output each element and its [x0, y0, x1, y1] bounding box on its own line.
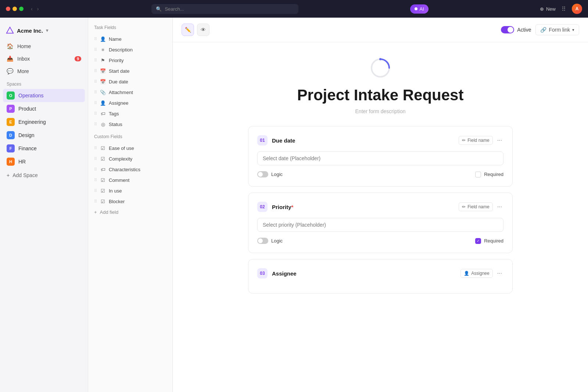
drag-handle-icon: ⠿	[94, 90, 97, 95]
assignee-icon: 👤	[100, 100, 106, 106]
field-card-header: 01 Due date ✏ Field name ···	[257, 135, 503, 145]
active-label: Active	[517, 27, 531, 33]
sidebar-item-hr[interactable]: H HR	[3, 155, 85, 168]
sidebar-item-more[interactable]: 💬 More	[3, 65, 85, 77]
drag-handle-icon: ⠿	[94, 101, 97, 105]
new-button[interactable]: ⊕ New	[540, 6, 556, 12]
search-bar[interactable]: 🔍 Search...	[151, 4, 298, 14]
sidebar-logo[interactable]: Acme Inc. ▾	[0, 24, 88, 40]
maximize-button[interactable]	[19, 7, 24, 11]
edit-button[interactable]: ✏️	[182, 24, 194, 36]
nav-arrows: ‹ ›	[29, 5, 40, 12]
drag-handle-icon: ⠿	[94, 122, 97, 127]
field-label: Status	[109, 122, 122, 127]
field-name-label: Field name	[467, 204, 489, 209]
drag-handle-icon: ⠿	[94, 79, 97, 84]
field-item-name[interactable]: ⠿ 👤 Name	[88, 34, 172, 44]
required-star: *	[291, 204, 294, 210]
avatar[interactable]: A	[572, 4, 582, 14]
sidebar-item-label: Engineering	[18, 119, 46, 125]
field-label: Ease of use	[109, 145, 134, 151]
required-checkbox[interactable]: ✓	[475, 238, 481, 244]
field-name-button[interactable]: 👤 Assignee	[460, 269, 492, 278]
new-icon: ⊕	[540, 6, 544, 12]
field-item-complexity[interactable]: ⠿ ☑ Complexity	[88, 154, 172, 164]
field-item-ease-of-use[interactable]: ⠿ ☑ Ease of use	[88, 143, 172, 154]
sidebar-item-label: Home	[17, 43, 31, 49]
form-link-button[interactable]: 🔗 Form link ▾	[535, 24, 579, 35]
field-item-due-date[interactable]: ⠿ 📅 Due date	[88, 76, 172, 87]
view-button[interactable]: 👁	[197, 24, 209, 36]
priority-label: Priority*	[272, 204, 293, 210]
sidebar-item-inbox[interactable]: 📥 Inbox 9	[3, 53, 85, 65]
field-footer: Logic Required	[257, 171, 503, 177]
forward-arrow[interactable]: ›	[36, 5, 40, 12]
close-button[interactable]	[6, 7, 10, 11]
spaces-header: Spaces	[0, 77, 88, 89]
field-item-comment[interactable]: ⠿ ☑ Comment	[88, 175, 172, 186]
field-item-tags[interactable]: ⠿ 🏷 Tags	[88, 108, 172, 119]
field-label: Blocker	[109, 199, 125, 204]
logic-label: Logic	[271, 172, 283, 177]
field-name-button[interactable]: ✏ Field name	[459, 136, 492, 145]
check-icon: ☑	[100, 145, 106, 151]
sidebar-item-design[interactable]: D Design	[3, 129, 85, 142]
sidebar-item-label: Design	[18, 132, 35, 138]
logic-label: Logic	[271, 238, 283, 244]
form-description: Enter form description	[355, 108, 406, 114]
sidebar-item-label: HR	[18, 159, 26, 165]
add-space-button[interactable]: + Add Space	[0, 170, 88, 181]
tag-icon: 🏷	[100, 111, 106, 116]
traffic-lights	[6, 7, 24, 11]
more-options-button[interactable]: ···	[496, 269, 503, 278]
field-item-status[interactable]: ⠿ ◎ Status	[88, 119, 172, 130]
logic-toggle[interactable]: Logic	[257, 238, 283, 244]
link-icon: 🔗	[540, 27, 546, 33]
more-options-button[interactable]: ···	[496, 136, 503, 145]
logic-toggle[interactable]: Logic	[257, 171, 283, 177]
field-name-button[interactable]: ✏ Field name	[459, 202, 492, 211]
due-date-input[interactable]	[257, 151, 503, 165]
field-item-description[interactable]: ⠿ ≡ Description	[88, 44, 172, 55]
form-field-priority: 02 Priority* ✏ Field name ···	[248, 193, 513, 253]
field-label: Name	[109, 36, 122, 42]
calendar-icon: 📅	[100, 68, 106, 74]
field-item-blocker[interactable]: ⠿ ☑ Blocker	[88, 196, 172, 207]
sidebar-item-home[interactable]: 🏠 Home	[3, 40, 85, 52]
sidebar-item-product[interactable]: P Product	[3, 102, 85, 115]
add-field-button[interactable]: + Add field	[88, 207, 172, 217]
field-label: Comment	[109, 177, 129, 183]
ai-button[interactable]: AI	[410, 4, 429, 14]
drag-handle-icon: ⠿	[94, 111, 97, 116]
minimize-button[interactable]	[12, 7, 17, 11]
field-item-characteristics[interactable]: ⠿ 🏷 Characteristics	[88, 164, 172, 175]
required-check[interactable]: ✓ Required	[475, 238, 503, 244]
grid-icon[interactable]: ⠿	[562, 6, 566, 12]
priority-input[interactable]	[257, 218, 503, 232]
more-options-button[interactable]: ···	[496, 202, 503, 212]
logic-switch[interactable]	[257, 171, 268, 177]
drag-handle-icon: ⠿	[94, 167, 97, 172]
sidebar-item-finance[interactable]: F Finance	[3, 142, 85, 155]
field-item-attachment[interactable]: ⠿ 📎 Attachment	[88, 87, 172, 98]
field-label: Assignee	[109, 100, 128, 106]
back-arrow[interactable]: ‹	[29, 5, 34, 12]
drag-handle-icon: ⠿	[94, 178, 97, 183]
design-dot: D	[7, 131, 15, 139]
sidebar-item-operations[interactable]: O Operations	[3, 89, 85, 102]
active-toggle[interactable]: Active	[501, 26, 531, 33]
active-switch[interactable]	[501, 26, 514, 33]
field-item-assignee[interactable]: ⠿ 👤 Assignee	[88, 98, 172, 108]
logic-switch[interactable]	[257, 238, 268, 244]
sidebar-item-label: Product	[18, 106, 36, 112]
sidebar-item-engineering[interactable]: E Engineering	[3, 115, 85, 129]
field-number: 01	[257, 135, 268, 145]
required-check[interactable]: Required	[475, 172, 503, 177]
form-title: Project Intake Request	[297, 86, 464, 104]
required-checkbox[interactable]	[475, 172, 481, 177]
field-item-in-use[interactable]: ⠿ ☑ In use	[88, 186, 172, 196]
required-label: Required	[484, 238, 503, 244]
field-item-priority[interactable]: ⠿ ⚑ Priority	[88, 55, 172, 66]
field-item-start-date[interactable]: ⠿ 📅 Start date	[88, 66, 172, 76]
add-space-icon: +	[7, 172, 10, 178]
